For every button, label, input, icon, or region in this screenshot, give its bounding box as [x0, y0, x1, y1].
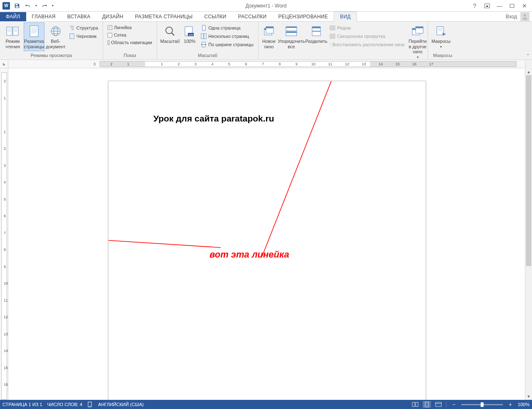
- svg-rect-15: [202, 25, 205, 30]
- split-button[interactable]: Разделить: [306, 22, 327, 61]
- outline-button[interactable]: Структура: [67, 24, 100, 32]
- view-print-layout-button[interactable]: [423, 401, 431, 408]
- zoom-slider[interactable]: [461, 404, 503, 405]
- svg-rect-31: [330, 34, 332, 38]
- view-read-mode-button[interactable]: [411, 401, 419, 408]
- magnifier-icon: [163, 25, 177, 38]
- svg-point-4: [524, 14, 526, 17]
- svg-rect-43: [416, 402, 418, 407]
- macros-button[interactable]: Макросы▾: [431, 22, 451, 51]
- web-layout-icon: [49, 25, 62, 38]
- switch-windows-button[interactable]: Перейти в другое окно▾: [407, 22, 428, 61]
- svg-rect-29: [330, 26, 332, 30]
- sign-in-link[interactable]: Вход: [506, 14, 517, 20]
- page-width-icon: [201, 42, 207, 47]
- word-app-icon: W: [2, 2, 10, 10]
- view-web-layout-button[interactable]: [434, 401, 443, 408]
- tab-design[interactable]: ДИЗАЙН: [96, 12, 129, 21]
- page-layout-button[interactable]: Разметка страницы: [24, 22, 44, 51]
- one-page-icon: [201, 25, 207, 31]
- draft-button[interactable]: Черновик: [67, 32, 100, 40]
- svg-rect-16: [201, 34, 203, 39]
- group-label-view-modes: Режимы просмотра: [2, 53, 100, 59]
- vertical-scrollbar[interactable]: ▲ ▼: [525, 68, 532, 400]
- workspace: 21123456789101112131415161718 Урок для с…: [0, 68, 532, 400]
- svg-rect-28: [312, 27, 320, 28]
- page-heading-text[interactable]: Урок для сайта paratapok.ru: [153, 114, 274, 124]
- maximize-button[interactable]: [506, 2, 518, 10]
- zoom-button[interactable]: Масштаб: [160, 22, 180, 48]
- gridlines-checkbox[interactable]: Сетка: [106, 32, 154, 38]
- read-mode-button[interactable]: Режим чтения: [2, 22, 23, 51]
- group-macros: Макросы▾ Макросы: [428, 22, 457, 59]
- svg-rect-22: [266, 27, 273, 28]
- scroll-down-button[interactable]: ▼: [525, 393, 532, 400]
- scroll-up-button[interactable]: ▲: [525, 68, 532, 75]
- svg-rect-3: [510, 4, 514, 7]
- user-avatar-icon[interactable]: [520, 12, 530, 21]
- one-page-button[interactable]: Одна страница: [199, 24, 256, 32]
- minimize-button[interactable]: —: [494, 2, 505, 10]
- collapse-ribbon-button[interactable]: ⌃: [526, 53, 530, 58]
- svg-rect-1: [16, 6, 19, 7]
- page-width-button[interactable]: По ширине страницы: [199, 41, 256, 48]
- status-proofing-icon[interactable]: [87, 402, 93, 407]
- svg-text:100: 100: [189, 34, 193, 36]
- ruler-end-spacer: [525, 60, 532, 68]
- tab-home[interactable]: ГЛАВНАЯ: [26, 12, 62, 21]
- new-window-button[interactable]: Новое окно: [261, 22, 277, 61]
- macros-icon: [434, 25, 448, 38]
- svg-line-39: [262, 81, 333, 256]
- svg-rect-45: [436, 402, 441, 407]
- tab-mailings[interactable]: РАССЫЛКИ: [232, 12, 273, 21]
- page-annotation-text: вот эта линейка: [209, 249, 289, 260]
- document-area[interactable]: Урок для сайта paratapok.ru вот эта лине…: [8, 68, 525, 400]
- save-button[interactable]: [12, 1, 22, 10]
- quick-access-toolbar: ▾ ▾: [12, 1, 55, 10]
- status-bar: СТРАНИЦА 1 ИЗ 1 ЧИСЛО СЛОВ: 4 АНГЛИЙСКИЙ…: [0, 400, 532, 409]
- zoom-out-button[interactable]: −: [450, 401, 458, 408]
- tab-review[interactable]: РЕЦЕНЗИРОВАНИЕ: [272, 12, 334, 21]
- status-word-count[interactable]: ЧИСЛО СЛОВ: 4: [47, 402, 83, 407]
- navigation-pane-checkbox[interactable]: Область навигации: [106, 39, 154, 46]
- help-button[interactable]: ?: [469, 2, 480, 10]
- tab-view[interactable]: ВИД: [334, 12, 357, 22]
- status-language[interactable]: АНГЛИЙСКИЙ (США): [98, 402, 144, 407]
- multiple-pages-button[interactable]: Несколько страниц: [199, 32, 256, 40]
- zoom-100-button[interactable]: 100 100%: [181, 22, 198, 48]
- zoom-slider-handle[interactable]: [480, 402, 483, 407]
- page[interactable]: Урок для сайта paratapok.ru вот эта лине…: [108, 81, 426, 400]
- zoom-level[interactable]: 100%: [518, 402, 530, 407]
- tab-references[interactable]: ССЫЛКИ: [198, 12, 232, 21]
- svg-rect-24: [286, 27, 297, 28]
- redo-button[interactable]: [40, 1, 49, 10]
- group-show: ✓Линейка Сетка Область навигации Показ: [103, 22, 157, 59]
- ruler-checkbox[interactable]: ✓Линейка: [106, 24, 154, 31]
- tab-page-layout[interactable]: РАЗМЕТКА СТРАНИЦЫ: [129, 12, 199, 21]
- vertical-ruler[interactable]: 21123456789101112131415161718: [0, 68, 8, 400]
- status-page[interactable]: СТРАНИЦА 1 ИЗ 1: [2, 402, 42, 407]
- ribbon-display-options-button[interactable]: [481, 2, 493, 10]
- checkbox-icon: [108, 33, 112, 37]
- title-bar: W ▾ ▾ Документ1 - Word ? — ✕: [0, 0, 532, 12]
- svg-point-11: [166, 27, 172, 34]
- tab-insert[interactable]: ВСТАВКА: [62, 12, 96, 21]
- arrange-all-button[interactable]: Упорядочить все: [278, 22, 305, 61]
- qat-customize-icon[interactable]: ▾: [51, 1, 55, 10]
- web-layout-button[interactable]: Веб-документ: [45, 22, 66, 51]
- zoom-in-button[interactable]: +: [506, 401, 515, 408]
- side-by-side-icon: [330, 25, 335, 31]
- scroll-track[interactable]: [525, 75, 532, 393]
- undo-button[interactable]: [23, 1, 32, 10]
- close-button[interactable]: ✕: [519, 2, 530, 10]
- synchronous-scrolling-button: Синхронная прокрутка: [328, 32, 406, 40]
- tab-file[interactable]: ФАЙЛ: [0, 12, 26, 21]
- draft-icon: [69, 33, 75, 39]
- ruler-corner-icon[interactable]: ◣: [0, 60, 8, 68]
- undo-dropdown-icon[interactable]: ▾: [34, 1, 38, 10]
- outline-icon: [69, 25, 75, 31]
- ruler-row: ◣ 3211234567891011121314151617: [0, 60, 532, 68]
- horizontal-ruler[interactable]: 3211234567891011121314151617: [8, 60, 525, 68]
- scroll-thumb[interactable]: [526, 75, 531, 266]
- svg-rect-30: [333, 26, 335, 30]
